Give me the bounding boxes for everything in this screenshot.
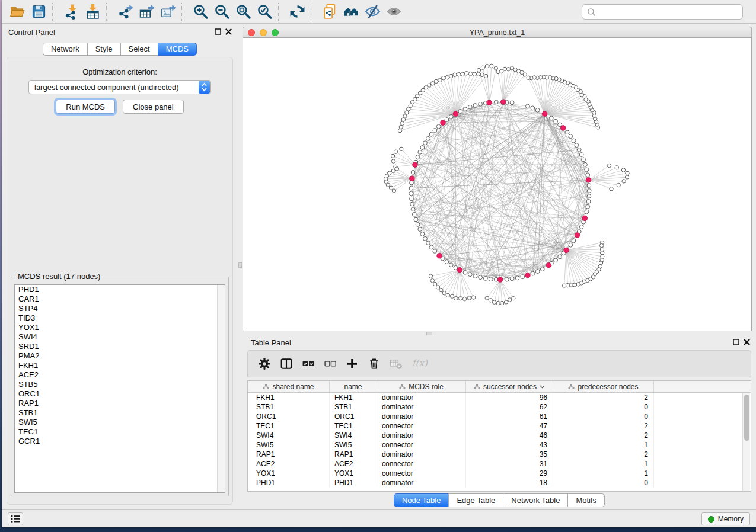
network-graph[interactable] — [243, 38, 751, 331]
export-table-icon[interactable] — [136, 2, 157, 21]
result-list-scrollbar[interactable] — [217, 285, 225, 492]
deselect-all-icon[interactable] — [324, 358, 336, 370]
tab-network-table[interactable]: Network Table — [503, 493, 568, 507]
split-columns-icon[interactable] — [280, 358, 292, 370]
cell-successor-nodes[interactable]: 96 — [466, 393, 553, 402]
cell-successor-nodes[interactable]: 43 — [466, 440, 553, 450]
close-panel-icon[interactable] — [225, 28, 232, 35]
mcds-result-node[interactable]: TID3 — [15, 313, 225, 323]
cell-successor-nodes[interactable]: 62 — [466, 402, 553, 412]
mcds-result-node[interactable]: PHD1 — [15, 285, 225, 294]
mcds-result-node[interactable]: PMA2 — [15, 351, 225, 361]
cell-predecessor-nodes[interactable]: 0 — [553, 478, 654, 488]
cell-successor-nodes[interactable]: 31 — [466, 459, 553, 469]
table-row[interactable]: YOX1YOX1connector291 — [248, 469, 751, 478]
cell-name[interactable]: PHD1 — [330, 478, 377, 488]
zoom-in-icon[interactable] — [190, 2, 211, 21]
cell-MCDS-role[interactable]: dominator — [377, 450, 466, 459]
import-network-icon[interactable] — [60, 2, 82, 21]
refresh-icon[interactable] — [286, 2, 308, 21]
cell-predecessor-nodes[interactable]: 0 — [553, 402, 654, 412]
cell-name[interactable]: ORC1 — [330, 412, 377, 421]
zoom-selected-icon[interactable] — [254, 2, 275, 21]
cell-shared-name[interactable]: SWI4 — [248, 431, 330, 440]
float-panel-icon[interactable] — [215, 28, 221, 35]
home-icon[interactable] — [340, 2, 362, 21]
horizontal-splitter[interactable] — [243, 331, 756, 336]
cell-successor-nodes[interactable]: 47 — [466, 421, 553, 431]
mcds-result-node[interactable]: SRD1 — [15, 342, 225, 351]
cell-MCDS-role[interactable]: dominator — [377, 412, 466, 421]
table-row[interactable]: ACE2ACE2connector311 — [248, 459, 751, 469]
mcds-result-list[interactable]: PHD1CAR1STP4TID3YOX1SWI4SRD1PMA2FKH1ACE2… — [14, 284, 225, 493]
tab-select[interactable]: Select — [120, 43, 158, 56]
zoom-fit-icon[interactable] — [232, 2, 254, 21]
cell-name[interactable]: STB1 — [330, 402, 377, 412]
column-header-MCDS-role[interactable]: MCDS role — [377, 381, 466, 392]
cell-shared-name[interactable]: TEC1 — [248, 421, 330, 431]
table-row[interactable]: PHD1PHD1dominator180 — [248, 478, 751, 488]
gear-icon[interactable] — [259, 358, 270, 370]
tab-style[interactable]: Style — [87, 43, 121, 56]
splitter-handle[interactable] — [426, 332, 432, 335]
cell-shared-name[interactable]: ACE2 — [248, 459, 330, 469]
mcds-result-node[interactable]: TEC1 — [15, 427, 225, 437]
table-scrollbar-thumb[interactable] — [744, 395, 749, 441]
mcds-result-node[interactable]: FKH1 — [15, 361, 225, 370]
search-box[interactable] — [582, 4, 743, 20]
hide-eye-icon[interactable] — [362, 2, 383, 21]
cell-predecessor-nodes[interactable]: 1 — [553, 440, 654, 450]
cell-successor-nodes[interactable]: 46 — [466, 431, 553, 440]
close-panel-button[interactable]: Close panel — [123, 100, 184, 114]
cell-successor-nodes[interactable]: 18 — [466, 478, 553, 488]
mcds-result-node[interactable]: STB1 — [15, 408, 225, 418]
mcds-result-node[interactable]: CAR1 — [15, 294, 225, 304]
cell-predecessor-nodes[interactable]: 2 — [553, 431, 654, 440]
mcds-result-node[interactable]: YOX1 — [15, 323, 225, 332]
vertical-splitter[interactable] — [238, 24, 243, 509]
status-list-button[interactable] — [8, 512, 23, 525]
column-header-shared-name[interactable]: shared name — [248, 381, 330, 392]
tab-motifs[interactable]: Motifs — [567, 493, 605, 507]
cell-predecessor-nodes[interactable]: 0 — [553, 412, 654, 421]
add-column-icon[interactable] — [346, 358, 358, 370]
search-input[interactable] — [599, 8, 738, 17]
mcds-result-node[interactable]: GCR1 — [15, 437, 225, 446]
table-row[interactable]: SWI4SWI4dominator462 — [248, 431, 751, 440]
cell-predecessor-nodes[interactable]: 2 — [553, 450, 654, 459]
cell-shared-name[interactable]: RAP1 — [248, 450, 330, 459]
mcds-result-node[interactable]: STP4 — [15, 304, 225, 313]
cell-successor-nodes[interactable]: 35 — [466, 450, 553, 459]
table-row[interactable]: ORC1ORC1dominator610 — [248, 412, 751, 421]
cell-predecessor-nodes[interactable]: 1 — [553, 459, 654, 469]
cell-name[interactable]: ACE2 — [330, 459, 377, 469]
cell-predecessor-nodes[interactable]: 2 — [553, 421, 654, 431]
cell-MCDS-role[interactable]: connector — [377, 421, 466, 431]
network-window-titlebar[interactable]: YPA_prune.txt_1 — [243, 27, 752, 37]
cell-name[interactable]: TEC1 — [330, 421, 377, 431]
cell-name[interactable]: RAP1 — [330, 450, 377, 459]
cell-successor-nodes[interactable]: 61 — [466, 412, 553, 421]
cell-predecessor-nodes[interactable]: 1 — [553, 469, 654, 478]
delete-column-icon[interactable] — [368, 358, 380, 370]
cell-successor-nodes[interactable]: 29 — [466, 469, 553, 478]
cell-shared-name[interactable]: YOX1 — [248, 469, 330, 478]
export-image-icon[interactable] — [157, 2, 178, 21]
column-header-successor-nodes[interactable]: successor nodes — [466, 381, 553, 392]
cell-MCDS-role[interactable]: dominator — [377, 402, 466, 412]
mcds-result-node[interactable]: ACE2 — [15, 370, 225, 380]
table-row[interactable]: SWI5SWI5connector431 — [248, 440, 751, 450]
run-mcds-button[interactable]: Run MCDS — [56, 100, 115, 114]
table-row[interactable]: TEC1TEC1connector472 — [248, 421, 751, 431]
cell-MCDS-role[interactable]: dominator — [377, 393, 466, 402]
cell-shared-name[interactable]: PHD1 — [248, 478, 330, 488]
cell-predecessor-nodes[interactable]: 2 — [553, 393, 654, 402]
table-row[interactable]: STB1STB1dominator620 — [248, 402, 751, 412]
network-canvas[interactable] — [243, 37, 752, 331]
cell-MCDS-role[interactable]: connector — [377, 469, 466, 478]
cell-MCDS-role[interactable]: dominator — [377, 431, 466, 440]
cell-name[interactable]: YOX1 — [330, 469, 377, 478]
cell-shared-name[interactable]: SWI5 — [248, 440, 330, 450]
cell-MCDS-role[interactable]: connector — [377, 440, 466, 450]
table-row[interactable]: RAP1RAP1dominator352 — [248, 450, 751, 459]
